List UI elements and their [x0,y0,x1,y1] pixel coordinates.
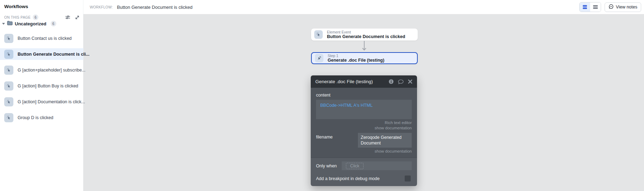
folder-uncategorized[interactable]: Uncategorized 6 [2,20,56,27]
workflow-list: Button Contact us is clicked Button Gene… [0,32,83,128]
workflow-editor: Workflows ON THIS PAGE 6 [0,0,644,191]
click-icon [314,30,323,39]
workflow-topbar: WORKFLOW: Button Generate Document is cl… [83,0,644,14]
panel-footer: Only when Click Add a breakpoint in debu… [311,158,417,186]
step-card-title: Generate .doc File (testing) [328,58,384,63]
info-icon[interactable] [389,79,394,84]
workflow-item-label: Button Contact us is clicked [18,36,72,41]
event-card-title: Button Generate Document is clicked [327,34,405,39]
click-icon [4,97,13,106]
sidebar-title: Workflows [4,4,28,9]
click-icon [4,113,13,122]
folder-count-badge: 6 [51,21,56,26]
rich-text-editor-link[interactable]: Rich text editor [385,121,412,125]
caret-down-icon [2,23,5,25]
event-card[interactable]: Element Event Button Generate Document i… [311,29,418,41]
workflow-item-label: Button Generate Document is cli... [18,52,89,57]
only-when-input[interactable]: Click [342,161,412,170]
workflow-item[interactable]: Group D is clicked [0,112,83,123]
step-card-selected[interactable]: Step 1 Generate .doc File (testing) [311,52,418,64]
content-field-label: content [316,93,412,98]
click-icon [4,34,13,43]
show-documentation-link[interactable]: show documentation [375,149,412,153]
workflow-item[interactable]: Button Contact us is clicked [0,32,83,44]
workflow-item-label: G [action+placeholder] subscribe... [18,68,86,73]
breakpoint-checkbox[interactable] [405,175,411,181]
folder-icon [7,20,13,27]
on-this-page-section: ON THIS PAGE 6 [4,14,80,20]
filename-field-label: filename [316,133,333,148]
plug-icon [315,54,323,62]
panel-header[interactable]: Generate .doc File (testing) [311,75,417,88]
folder-name: Uncategorized [15,21,46,26]
panel-title: Generate .doc File (testing) [315,79,373,84]
close-icon[interactable] [408,79,412,84]
workflow-label: WORKFLOW: [90,5,113,9]
view-mode-segmented-control [579,2,601,12]
only-when-placeholder[interactable]: Click [346,163,364,169]
list-view-icon[interactable] [590,2,601,12]
workflow-title: Button Generate Document is clicked [117,5,192,10]
workflows-sidebar: Workflows ON THIS PAGE 6 [0,0,83,191]
view-notes-button[interactable]: View notes [605,2,641,12]
event-card-type: Element Event [327,30,405,34]
filename-field-input[interactable]: Zeroqode Generated Document [358,133,412,148]
flow-arrow-down-icon [361,40,367,53]
comment-icon[interactable] [398,79,404,84]
view-notes-label: View notes [616,5,637,10]
cards-view-icon[interactable] [580,2,590,12]
workflow-item[interactable]: G [action] Button Buy is clicked [0,80,83,92]
panel-body: content BBCode->HTML A's HTML Rich text … [311,88,417,158]
workflow-canvas[interactable]: Element Event Button Generate Document i… [83,14,644,191]
show-documentation-link[interactable]: show documentation [375,126,412,130]
click-icon [4,81,13,91]
click-icon [4,66,13,75]
expand-icon[interactable] [75,15,80,20]
content-expression[interactable]: BBCode->HTML A's HTML [320,103,373,108]
workflow-item[interactable]: G [action] Documentation is click... [0,96,83,107]
on-this-page-count-badge: 6 [33,14,38,20]
workflow-item[interactable]: G [action+placeholder] subscribe... [0,64,83,76]
sliders-icon[interactable] [65,15,70,20]
workflow-item-label: G [action] Button Buy is clicked [18,84,78,88]
step-card-type: Step 1 [328,54,384,58]
workflow-item-selected[interactable]: Button Generate Document is cli... [0,48,83,60]
content-field-input[interactable]: BBCode->HTML A's HTML [316,100,412,119]
breakpoint-label: Add a breakpoint in debug mode [316,176,380,181]
workflow-item-label: G [action] Documentation is click... [18,99,85,104]
click-icon [4,50,13,59]
workflow-item-label: Group D is clicked [18,115,53,120]
on-this-page-label: ON THIS PAGE [4,16,31,19]
note-icon [608,4,614,10]
only-when-label: Only when [316,164,337,168]
action-properties-panel: Generate .doc File (testing) content [311,75,417,186]
